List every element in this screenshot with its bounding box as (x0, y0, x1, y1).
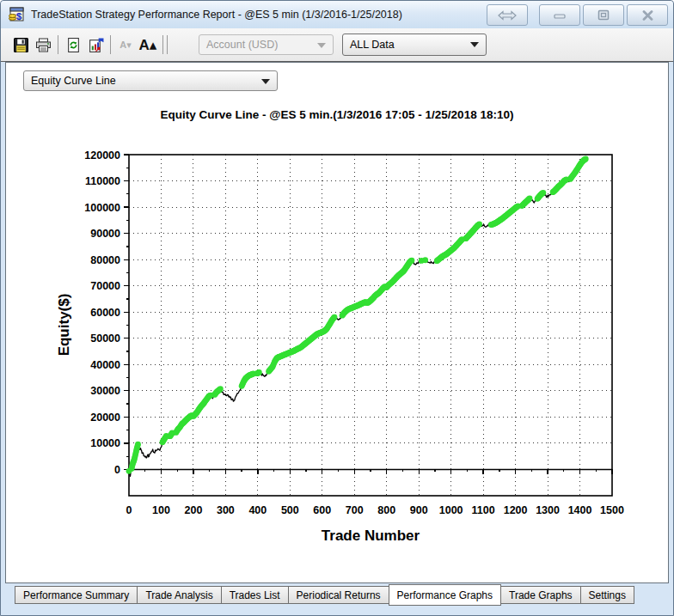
svg-text:800: 800 (377, 504, 395, 516)
tradestation-report-icon: $ (8, 7, 25, 22)
title-bar: $ TradeStation Strategy Performance Repo… (1, 1, 673, 29)
font-decrease-icon: A▾ (119, 40, 131, 51)
refresh-icon (66, 38, 81, 52)
report-settings-icon (88, 38, 104, 52)
svg-text:1200: 1200 (504, 504, 528, 516)
svg-text:300: 300 (217, 504, 235, 516)
svg-text:0: 0 (114, 464, 120, 476)
svg-text:120000: 120000 (84, 149, 120, 162)
minimize-icon (554, 10, 566, 21)
font-decrease-button: A▾ (114, 34, 137, 56)
chevron-down-icon (470, 42, 479, 47)
report-settings-button[interactable] (84, 34, 107, 56)
save-icon (14, 38, 28, 52)
y-axis-label: Equity($) (56, 294, 72, 357)
svg-text:400: 400 (248, 504, 267, 516)
svg-text:1400: 1400 (568, 504, 592, 516)
svg-text:900: 900 (410, 504, 428, 516)
svg-text:200: 200 (185, 504, 203, 516)
svg-text:500: 500 (281, 504, 299, 516)
svg-text:90000: 90000 (90, 228, 120, 240)
dock-arrows-icon (498, 10, 517, 21)
svg-text:30000: 30000 (90, 385, 120, 397)
svg-text:600: 600 (313, 504, 331, 516)
svg-text:60000: 60000 (90, 307, 120, 319)
window-controls (487, 4, 668, 26)
font-increase-icon: A▴ (139, 36, 157, 54)
print-icon (35, 38, 52, 52)
svg-text:1000: 1000 (439, 504, 463, 516)
tradestation-report-window: $ TradeStation Strategy Performance Repo… (0, 0, 674, 616)
graph-type-dropdown[interactable]: Equity Curve Line (23, 70, 278, 91)
svg-text:1500: 1500 (600, 504, 624, 516)
tab-settings[interactable]: Settings (580, 586, 634, 604)
chevron-down-icon (317, 43, 326, 48)
account-dropdown-value: Account (USD) (206, 39, 278, 51)
toolbar-separator (110, 35, 111, 54)
tab-trade-analysis[interactable]: Trade Analysis (137, 586, 221, 604)
refresh-button[interactable] (62, 34, 84, 56)
svg-text:1300: 1300 (536, 504, 560, 516)
toolbar: A▾ A▴ Account (USD) ALL Data (1, 28, 673, 62)
toolbar-separator (58, 35, 58, 54)
report-content: Equity Curve Line Equity Curve Line - @E… (5, 62, 669, 583)
svg-text:70000: 70000 (90, 280, 120, 292)
chart-title: Equity Curve Line - @ES 5 min.(1/3/2016 … (49, 108, 625, 121)
x-axis-label: Trade Number (322, 528, 420, 544)
svg-text:700: 700 (346, 504, 364, 516)
save-button[interactable] (9, 34, 32, 56)
font-increase-button[interactable]: A▴ (137, 34, 159, 56)
graph-type-value: Equity Curve Line (31, 75, 116, 87)
dock-button[interactable] (487, 4, 528, 26)
svg-text:110000: 110000 (85, 175, 120, 187)
toolbar-separator (167, 35, 168, 54)
svg-text:100: 100 (152, 504, 170, 516)
svg-text:1100: 1100 (472, 504, 495, 516)
window-title: TradeStation Strategy Performance Report… (31, 9, 402, 21)
svg-text:0: 0 (126, 504, 132, 516)
svg-text:80000: 80000 (90, 254, 120, 266)
tab-performance-summary[interactable]: Performance Summary (15, 586, 138, 604)
tab-bar: Performance Summary Trade Analysis Trade… (5, 586, 669, 608)
svg-text:40000: 40000 (90, 359, 120, 371)
svg-text:100000: 100000 (84, 202, 120, 214)
svg-text:50000: 50000 (90, 332, 120, 345)
minimize-button[interactable] (539, 4, 580, 26)
print-button[interactable] (32, 34, 54, 56)
close-button[interactable] (627, 4, 668, 26)
tab-performance-graphs[interactable]: Performance Graphs (389, 584, 501, 606)
account-dropdown: Account (USD) (199, 34, 334, 55)
svg-text:10000: 10000 (90, 437, 120, 449)
tab-trades-list[interactable]: Trades List (221, 586, 289, 604)
toolbar-separator (162, 35, 163, 54)
data-range-value: ALL Data (350, 39, 395, 51)
svg-text:$: $ (16, 11, 21, 21)
tab-periodical-returns[interactable]: Periodical Returns (288, 586, 389, 604)
tab-trade-graphs[interactable]: Trade Graphs (500, 586, 581, 604)
svg-text:20000: 20000 (90, 412, 120, 424)
data-range-dropdown[interactable]: ALL Data (342, 34, 487, 56)
restore-button[interactable] (583, 4, 624, 26)
restore-icon (597, 9, 610, 21)
close-icon (642, 10, 653, 21)
equity-curve-chart: Equity($) Trade Number 01002003004005006… (38, 135, 640, 564)
chevron-down-icon (261, 79, 270, 84)
